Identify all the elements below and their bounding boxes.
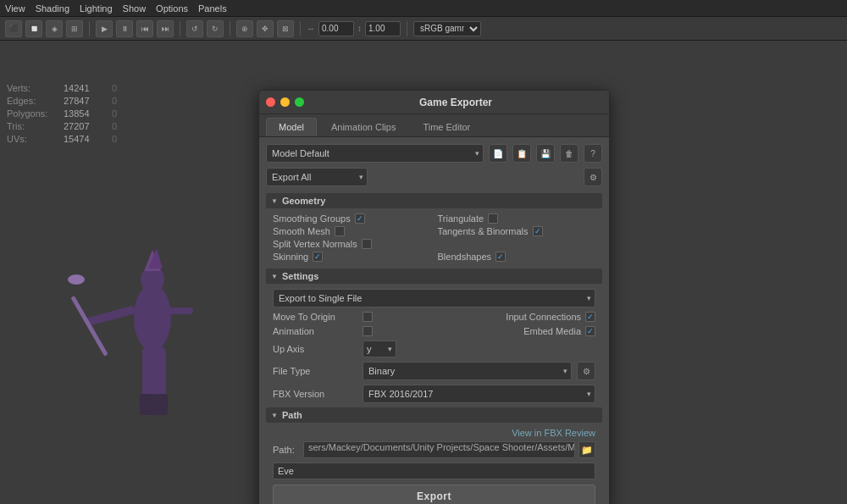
export-settings-btn[interactable]: ⚙ [584, 168, 602, 186]
view-in-fbx-review-link[interactable]: View in FBX Review [273, 428, 595, 438]
toolbar-btn-3[interactable]: ◈ [46, 20, 63, 37]
file-type-dropdown[interactable]: Binary [363, 362, 572, 380]
toolbar-btn-13[interactable]: ⊠ [277, 20, 294, 37]
character-silhouette [68, 233, 237, 487]
split-vertex-checkbox[interactable] [362, 239, 372, 249]
stat-verts: Verts: 14241 0 [7, 83, 129, 93]
fbx-version-dropdown[interactable]: FBX 2016/2017 [363, 385, 595, 403]
tangents-binormals-checkbox[interactable] [533, 226, 543, 236]
geometry-options: Smoothing Groups Triangulate Smooth Mesh… [266, 213, 602, 262]
path-collapse-icon: ▼ [271, 412, 278, 419]
dialog-title: Game Exporter [309, 97, 602, 108]
path-label: Path: [273, 445, 300, 455]
path-body: View in FBX Review Path: sers/Mackey/Doc… [266, 428, 602, 504]
svg-point-0 [134, 284, 171, 352]
setting-move-origin: Move To Origin Input Connections [273, 312, 595, 322]
toolbar-sep-5 [407, 21, 407, 36]
option-tangents-binormals: Tangents & Binormals [438, 226, 596, 236]
export-all-row: Export All ⚙ [266, 168, 602, 186]
preset-dropdown[interactable]: Model Default [266, 144, 484, 163]
svg-rect-5 [168, 307, 193, 314]
svg-rect-7 [154, 347, 166, 398]
tab-time-editor[interactable]: Time Editor [410, 118, 483, 136]
tab-animation-clips[interactable]: Animation Clips [318, 118, 408, 136]
option-smoothing-groups: Smoothing Groups [273, 213, 431, 224]
toolbar-btn-1[interactable]: ⬛ [5, 20, 22, 37]
stat-edges: Edges: 27847 0 [7, 96, 129, 106]
svg-point-11 [68, 274, 85, 285]
menu-lighting[interactable]: Lighting [80, 3, 113, 14]
menu-view[interactable]: View [5, 3, 25, 14]
preset-icon-4[interactable]: 🗑 [560, 144, 579, 163]
geometry-section-header[interactable]: ▼ Geometry [266, 193, 602, 208]
animation-checkbox[interactable] [363, 326, 373, 336]
minimize-button[interactable] [280, 97, 290, 107]
smoothing-groups-checkbox[interactable] [355, 213, 365, 224]
toolbar-btn-8[interactable]: ⏭ [157, 20, 174, 37]
game-exporter-dialog: Game Exporter Model Animation Clips Time… [258, 90, 610, 504]
preset-icon-1[interactable]: 📄 [489, 144, 507, 163]
filename-input[interactable] [273, 462, 595, 479]
settings-section-title: Settings [282, 271, 318, 281]
setting-fbx-version: FBX Version FBX 2016/2017 [273, 385, 595, 403]
toolbar-btn-5[interactable]: ▶ [96, 20, 113, 37]
geometry-collapse-icon: ▼ [271, 197, 278, 205]
export-all-dropdown[interactable]: Export All [266, 168, 368, 186]
menu-show[interactable]: Show [123, 3, 147, 14]
blendshapes-checkbox[interactable] [495, 252, 506, 262]
toolbar-label-y: ↕ [357, 24, 362, 33]
option-triangulate: Triangulate [438, 213, 596, 224]
menu-panels[interactable]: Panels [198, 3, 227, 14]
up-axis-dropdown[interactable]: y [363, 341, 396, 357]
toolbar-btn-7[interactable]: ⏮ [136, 20, 153, 37]
input-connections-checkbox[interactable] [585, 312, 595, 322]
export-button[interactable]: Export [273, 485, 595, 504]
toolbar-btn-11[interactable]: ⊕ [236, 20, 253, 37]
path-section-header[interactable]: ▼ Path [266, 407, 602, 423]
embed-media-checkbox[interactable] [585, 326, 595, 336]
preset-help[interactable]: ? [584, 144, 602, 163]
export-single-dropdown[interactable]: Export to Single File [273, 289, 595, 307]
gamma-selector[interactable]: sRGB gamma [413, 21, 481, 36]
dialog-body: Model Default 📄 📋 💾 🗑 ? Export All ⚙ [259, 137, 609, 504]
toolbar-sep-3 [230, 21, 230, 36]
folder-browse-button[interactable]: 📁 [579, 441, 595, 458]
toolbar: ⬛ 🔲 ◈ ⊞ ▶ ⏸ ⏮ ⏭ ↺ ↻ ⊕ ✥ ⊠ ↔ ↕ sRGB gamma [0, 17, 847, 41]
close-button[interactable] [266, 97, 275, 107]
setting-export-single: Export to Single File [273, 289, 595, 307]
stats-panel: Verts: 14241 0 Edges: 27847 0 Polygons: … [7, 83, 129, 147]
toolbar-btn-4[interactable]: ⊞ [66, 20, 83, 37]
toolbar-btn-9[interactable]: ↺ [186, 20, 203, 37]
toolbar-btn-2[interactable]: 🔲 [25, 20, 42, 37]
toolbar-btn-6[interactable]: ⏸ [116, 20, 133, 37]
move-origin-checkbox[interactable] [363, 312, 373, 322]
maximize-button[interactable] [295, 97, 304, 107]
path-value: sers/Mackey/Documents/Unity Projects/Spa… [303, 441, 575, 458]
option-skinning: Skinning [273, 252, 431, 262]
menu-bar: View Shading Lighting Show Options Panel… [0, 0, 847, 17]
triangulate-checkbox[interactable] [488, 213, 498, 224]
dialog-tabs: Model Animation Clips Time Editor [259, 114, 609, 137]
option-smooth-mesh: Smooth Mesh [273, 226, 431, 236]
option-blendshapes: Blendshapes [438, 252, 596, 262]
toolbar-btn-12[interactable]: ✥ [257, 20, 274, 37]
dialog-titlebar: Game Exporter [259, 91, 609, 114]
menu-options[interactable]: Options [156, 3, 188, 14]
preset-icon-2[interactable]: 📋 [512, 144, 531, 163]
file-type-settings-btn[interactable]: ⚙ [577, 362, 595, 380]
svg-rect-6 [142, 347, 154, 398]
toolbar-value2[interactable] [365, 21, 401, 36]
settings-collapse-icon: ▼ [271, 273, 278, 280]
settings-section-header[interactable]: ▼ Settings [266, 269, 602, 284]
toolbar-btn-10[interactable]: ↻ [207, 20, 224, 37]
tab-model[interactable]: Model [266, 118, 317, 136]
path-row: Path: sers/Mackey/Documents/Unity Projec… [273, 441, 595, 458]
skinning-checkbox[interactable] [313, 252, 323, 262]
geometry-section-title: Geometry [282, 196, 325, 206]
setting-up-axis: Up Axis y [273, 341, 595, 357]
path-section-title: Path [282, 410, 302, 420]
menu-shading[interactable]: Shading [36, 3, 69, 14]
toolbar-value1[interactable] [318, 21, 354, 36]
smooth-mesh-checkbox[interactable] [335, 226, 345, 236]
preset-icon-3[interactable]: 💾 [536, 144, 555, 163]
